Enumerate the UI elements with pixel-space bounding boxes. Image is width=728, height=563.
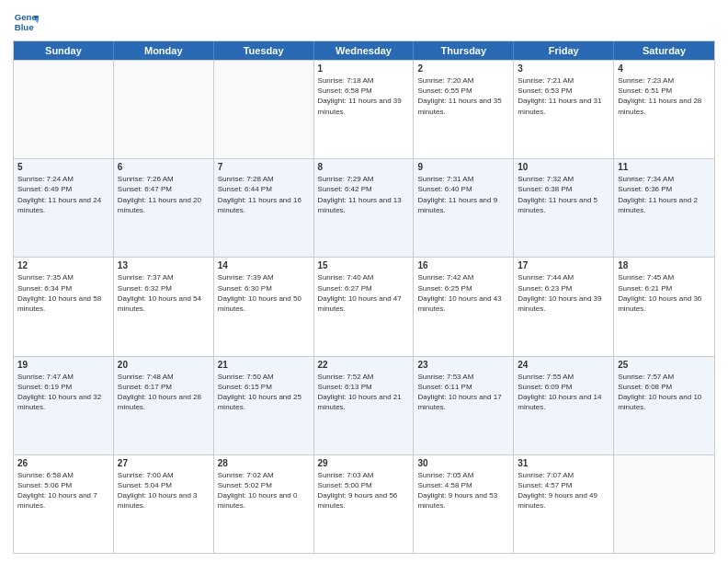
day-number: 29	[318, 458, 410, 468]
day-cell-18: 18Sunrise: 7:45 AM Sunset: 6:21 PM Dayli…	[614, 258, 714, 355]
day-cell-30: 30Sunrise: 7:05 AM Sunset: 4:58 PM Dayli…	[414, 455, 514, 553]
day-cell-4: 4Sunrise: 7:23 AM Sunset: 6:51 PM Daylig…	[614, 61, 714, 158]
empty-cell	[14, 61, 114, 158]
calendar-row: 12Sunrise: 7:35 AM Sunset: 6:34 PM Dayli…	[14, 257, 714, 355]
day-number: 10	[518, 162, 609, 172]
day-number: 8	[318, 162, 410, 172]
day-cell-25: 25Sunrise: 7:57 AM Sunset: 6:08 PM Dayli…	[614, 357, 714, 454]
weekday-header: Friday	[514, 41, 614, 60]
day-number: 16	[417, 260, 509, 270]
day-cell-6: 6Sunrise: 7:26 AM Sunset: 6:47 PM Daylig…	[114, 159, 214, 257]
calendar-body: 1Sunrise: 7:18 AM Sunset: 6:58 PM Daylig…	[14, 60, 714, 553]
day-number: 17	[518, 260, 609, 270]
day-info: Sunrise: 7:26 AM Sunset: 6:47 PM Dayligh…	[118, 174, 210, 215]
empty-cell	[614, 455, 714, 553]
logo: General Blue	[13, 9, 39, 35]
weekday-header: Saturday	[614, 41, 714, 60]
day-cell-3: 3Sunrise: 7:21 AM Sunset: 6:53 PM Daylig…	[514, 61, 614, 158]
day-info: Sunrise: 7:02 AM Sunset: 5:02 PM Dayligh…	[218, 470, 310, 511]
weekday-header: Wednesday	[314, 41, 415, 60]
day-number: 21	[218, 360, 310, 370]
day-cell-19: 19Sunrise: 7:47 AM Sunset: 6:19 PM Dayli…	[14, 357, 114, 454]
page-header: General Blue	[13, 9, 715, 35]
day-info: Sunrise: 7:32 AM Sunset: 6:38 PM Dayligh…	[518, 174, 609, 215]
day-info: Sunrise: 7:39 AM Sunset: 6:30 PM Dayligh…	[218, 272, 310, 314]
day-cell-24: 24Sunrise: 7:55 AM Sunset: 6:09 PM Dayli…	[514, 357, 614, 454]
day-number: 28	[218, 458, 310, 468]
day-cell-26: 26Sunrise: 6:58 AM Sunset: 5:06 PM Dayli…	[14, 455, 114, 553]
day-number: 27	[118, 458, 210, 468]
day-number: 31	[518, 458, 609, 468]
day-info: Sunrise: 7:37 AM Sunset: 6:32 PM Dayligh…	[118, 272, 210, 314]
day-number: 5	[17, 162, 109, 172]
day-info: Sunrise: 6:58 AM Sunset: 5:06 PM Dayligh…	[17, 470, 109, 511]
day-cell-11: 11Sunrise: 7:34 AM Sunset: 6:36 PM Dayli…	[614, 159, 714, 257]
day-cell-16: 16Sunrise: 7:42 AM Sunset: 6:25 PM Dayli…	[414, 258, 514, 355]
day-cell-21: 21Sunrise: 7:50 AM Sunset: 6:15 PM Dayli…	[214, 357, 314, 454]
day-number: 3	[518, 63, 609, 74]
day-number: 7	[218, 162, 310, 172]
day-number: 20	[118, 360, 210, 370]
day-number: 14	[218, 260, 310, 270]
day-number: 11	[618, 162, 711, 172]
day-number: 4	[618, 63, 711, 74]
day-info: Sunrise: 7:53 AM Sunset: 6:11 PM Dayligh…	[417, 372, 509, 413]
day-number: 18	[618, 260, 711, 270]
day-info: Sunrise: 7:07 AM Sunset: 4:57 PM Dayligh…	[518, 470, 609, 511]
day-cell-29: 29Sunrise: 7:03 AM Sunset: 5:00 PM Dayli…	[314, 455, 415, 553]
day-info: Sunrise: 7:03 AM Sunset: 5:00 PM Dayligh…	[318, 470, 410, 511]
day-info: Sunrise: 7:29 AM Sunset: 6:42 PM Dayligh…	[318, 174, 410, 215]
empty-cell	[114, 61, 214, 158]
day-info: Sunrise: 7:05 AM Sunset: 4:58 PM Dayligh…	[417, 470, 509, 511]
svg-text:Blue: Blue	[15, 22, 34, 32]
day-number: 19	[17, 360, 109, 370]
day-cell-31: 31Sunrise: 7:07 AM Sunset: 4:57 PM Dayli…	[514, 455, 614, 553]
day-number: 12	[17, 260, 109, 270]
day-info: Sunrise: 7:28 AM Sunset: 6:44 PM Dayligh…	[218, 174, 310, 215]
day-number: 6	[118, 162, 210, 172]
day-number: 9	[417, 162, 509, 172]
day-number: 30	[417, 458, 509, 468]
day-cell-12: 12Sunrise: 7:35 AM Sunset: 6:34 PM Dayli…	[14, 258, 114, 355]
day-info: Sunrise: 7:34 AM Sunset: 6:36 PM Dayligh…	[618, 174, 711, 215]
day-info: Sunrise: 7:57 AM Sunset: 6:08 PM Dayligh…	[618, 372, 711, 413]
day-info: Sunrise: 7:21 AM Sunset: 6:53 PM Dayligh…	[518, 75, 609, 117]
day-cell-10: 10Sunrise: 7:32 AM Sunset: 6:38 PM Dayli…	[514, 159, 614, 257]
day-cell-2: 2Sunrise: 7:20 AM Sunset: 6:55 PM Daylig…	[414, 61, 514, 158]
day-number: 2	[417, 63, 509, 74]
day-cell-22: 22Sunrise: 7:52 AM Sunset: 6:13 PM Dayli…	[314, 357, 415, 454]
day-cell-15: 15Sunrise: 7:40 AM Sunset: 6:27 PM Dayli…	[314, 258, 415, 355]
day-number: 1	[318, 63, 410, 74]
day-info: Sunrise: 7:18 AM Sunset: 6:58 PM Dayligh…	[318, 75, 410, 117]
weekday-header: Tuesday	[214, 41, 314, 60]
calendar-header: SundayMondayTuesdayWednesdayThursdayFrid…	[14, 41, 714, 60]
weekday-header: Thursday	[414, 41, 514, 60]
day-info: Sunrise: 7:48 AM Sunset: 6:17 PM Dayligh…	[118, 372, 210, 413]
empty-cell	[214, 61, 314, 158]
day-cell-5: 5Sunrise: 7:24 AM Sunset: 6:49 PM Daylig…	[14, 159, 114, 257]
day-info: Sunrise: 7:24 AM Sunset: 6:49 PM Dayligh…	[17, 174, 109, 215]
calendar-row: 19Sunrise: 7:47 AM Sunset: 6:19 PM Dayli…	[14, 356, 714, 454]
day-cell-9: 9Sunrise: 7:31 AM Sunset: 6:40 PM Daylig…	[414, 159, 514, 257]
day-cell-27: 27Sunrise: 7:00 AM Sunset: 5:04 PM Dayli…	[114, 455, 214, 553]
day-number: 24	[518, 360, 609, 370]
day-info: Sunrise: 7:44 AM Sunset: 6:23 PM Dayligh…	[518, 272, 609, 314]
day-cell-14: 14Sunrise: 7:39 AM Sunset: 6:30 PM Dayli…	[214, 258, 314, 355]
calendar-row: 26Sunrise: 6:58 AM Sunset: 5:06 PM Dayli…	[14, 454, 714, 553]
calendar: SundayMondayTuesdayWednesdayThursdayFrid…	[13, 40, 715, 554]
day-number: 26	[17, 458, 109, 468]
day-number: 23	[417, 360, 509, 370]
calendar-row: 5Sunrise: 7:24 AM Sunset: 6:49 PM Daylig…	[14, 158, 714, 257]
day-cell-17: 17Sunrise: 7:44 AM Sunset: 6:23 PM Dayli…	[514, 258, 614, 355]
day-number: 15	[318, 260, 410, 270]
logo-icon: General Blue	[13, 9, 39, 35]
day-cell-7: 7Sunrise: 7:28 AM Sunset: 6:44 PM Daylig…	[214, 159, 314, 257]
day-number: 25	[618, 360, 711, 370]
day-cell-20: 20Sunrise: 7:48 AM Sunset: 6:17 PM Dayli…	[114, 357, 214, 454]
day-number: 22	[318, 360, 410, 370]
day-info: Sunrise: 7:50 AM Sunset: 6:15 PM Dayligh…	[218, 372, 310, 413]
day-info: Sunrise: 7:35 AM Sunset: 6:34 PM Dayligh…	[17, 272, 109, 314]
day-cell-23: 23Sunrise: 7:53 AM Sunset: 6:11 PM Dayli…	[414, 357, 514, 454]
weekday-header: Sunday	[14, 41, 114, 60]
day-info: Sunrise: 7:42 AM Sunset: 6:25 PM Dayligh…	[417, 272, 509, 314]
